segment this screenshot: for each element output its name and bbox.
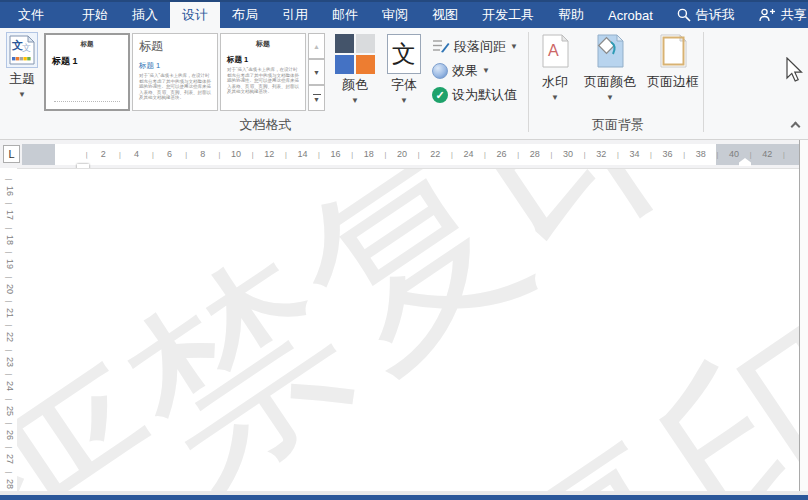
status-bar	[0, 495, 808, 500]
effects-button[interactable]: 效果 ▼	[432, 60, 490, 82]
fonts-glyph: 文	[392, 38, 416, 70]
h-ruler-number: 28	[530, 144, 540, 165]
gallery-scroll-up-button[interactable]: ▲	[308, 33, 325, 59]
paragraph-spacing-label: 段落间距	[454, 38, 506, 56]
tell-me-button[interactable]: 告诉我	[665, 6, 747, 24]
thumb-body-text: 对于“插入”选项卡上的库，在设计时都充分考虑了其中的项与文档整体外观的协调性。您…	[139, 73, 211, 101]
h-ruler-tick: |	[517, 144, 519, 165]
h-ruler-number: 20	[397, 144, 407, 165]
svg-text:文: 文	[22, 43, 31, 53]
group-label-page-background: 页面背景	[533, 116, 703, 134]
mouse-cursor	[786, 57, 803, 87]
vertical-ruler[interactable]: |16|17|18|19|20|21|22|23|24|25|26|27|28	[2, 168, 17, 492]
ribbon-tab-3[interactable]: 设计	[170, 2, 220, 28]
h-ruler-number: 8	[200, 144, 205, 165]
h-ruler-number: 18	[364, 144, 374, 165]
h-ruler-tick: |	[418, 144, 420, 165]
chevron-down-icon: ▼	[510, 43, 518, 51]
gallery-more-button[interactable]: ▼	[308, 85, 325, 111]
page-color-icon	[597, 34, 624, 71]
share-person-icon	[759, 8, 776, 22]
page-borders-label: 页面边框	[647, 73, 699, 91]
chevron-down-icon: ▼	[351, 97, 359, 105]
h-ruler-tick: |	[484, 144, 486, 165]
style-set-thumbnail[interactable]: 标题 标题 1 对于“插入”选项卡上的库，在设计时都充分考虑了其中的项与文档整体…	[132, 33, 218, 111]
vertical-scrollbar[interactable]	[799, 140, 808, 492]
fonts-icon: 文	[387, 34, 421, 74]
h-ruler-tick: |	[152, 144, 154, 165]
ribbon-tab-4[interactable]: 布局	[220, 2, 270, 28]
gallery-scroll-down-button[interactable]: ▼	[308, 59, 325, 85]
thumb-subheading: 标题 1	[139, 61, 217, 71]
ribbon-tab-10[interactable]: 帮助	[546, 2, 596, 28]
chevron-down-icon: ▼	[551, 94, 559, 102]
h-ruler-number: 16	[331, 144, 341, 165]
tab-list: 文件开始插入设计布局引用邮件审阅视图开发工具帮助Acrobat	[0, 2, 665, 28]
share-button[interactable]: 共享	[747, 6, 808, 24]
h-ruler-tick: |	[119, 144, 121, 165]
h-ruler-number: 36	[663, 144, 673, 165]
h-ruler-number: 42	[762, 144, 772, 165]
ribbon-tab-6[interactable]: 邮件	[320, 2, 370, 28]
thumb-subheading: 标题 1	[52, 55, 128, 68]
set-as-default-button[interactable]: ✓ 设为默认值	[432, 84, 517, 106]
tab-stop-selector[interactable]: L	[3, 145, 20, 163]
v-ruler-number: 28	[5, 476, 15, 491]
triangle-down-icon: ▼	[313, 96, 320, 103]
paragraph-spacing-icon	[432, 38, 450, 57]
ribbon-tab-11[interactable]: Acrobat	[596, 2, 665, 28]
ribbon-tab-8[interactable]: 视图	[420, 2, 470, 28]
watermark-a-glyph: A	[548, 42, 559, 59]
colors-palette-icon	[335, 34, 375, 74]
paragraph-spacing-button[interactable]: 段落间距 ▼	[432, 36, 518, 58]
ribbon-tab-2[interactable]: 插入	[120, 2, 170, 28]
ribbon-tab-9[interactable]: 开发工具	[470, 2, 546, 28]
thumb-heading: 标题	[221, 39, 305, 49]
chevron-up-icon	[791, 122, 801, 132]
h-ruler-tick: |	[716, 144, 718, 165]
page-color-label: 页面颜色	[584, 73, 636, 91]
ribbon-tab-bar: 文件开始插入设计布局引用邮件审阅视图开发工具帮助Acrobat 告诉我	[0, 0, 808, 28]
h-ruler-tick: |	[351, 144, 353, 165]
document-page[interactable]: 严禁复印 严禁复印	[17, 168, 799, 491]
style-set-thumbnail-current[interactable]: 标题 标题 1	[44, 33, 130, 111]
tell-me-label: 告诉我	[696, 6, 735, 24]
h-ruler-tick: |	[185, 144, 187, 165]
h-ruler-number: 6	[167, 144, 172, 165]
style-set-thumbnail[interactable]: 标题 标题 1 对于“插入”选项卡上的库，在设计时都充分考虑了其中的项与文档整体…	[220, 33, 306, 111]
ribbon-tab-1[interactable]: 开始	[70, 2, 120, 28]
h-ruler-number: 14	[297, 144, 307, 165]
h-ruler-tick: |	[285, 144, 287, 165]
ribbon-tab-7[interactable]: 审阅	[370, 2, 420, 28]
group-label-document-formatting: 文档格式	[3, 116, 528, 134]
ribbon-tab-5[interactable]: 引用	[270, 2, 320, 28]
h-ruler-number: 2	[101, 144, 106, 165]
h-ruler-tick: |	[584, 144, 586, 165]
ribbon-tab-file[interactable]: 文件	[6, 2, 56, 28]
word-window: 文件开始插入设计布局引用邮件审阅视图开发工具帮助Acrobat 告诉我	[0, 0, 808, 500]
h-ruler-tick: |	[783, 144, 785, 165]
ribbon-design-tab: 文 文 主题 ▼ 标题 标题 1 标题 标题 1 对	[0, 28, 808, 140]
ruler-strip: L |2|4|6|8|10|12|14|16|18|20|22|24|26|28…	[0, 140, 808, 168]
h-ruler-number: 32	[596, 144, 606, 165]
chevron-down-icon: ▼	[18, 91, 26, 99]
chevron-down-icon: ▼	[400, 97, 408, 105]
checkmark-icon: ✓	[432, 87, 448, 103]
h-ruler-number: 24	[463, 144, 473, 165]
h-ruler-number: 26	[497, 144, 507, 165]
effects-label: 效果	[452, 62, 478, 80]
h-ruler-number: 38	[696, 144, 706, 165]
thumb-body-text: 对于“插入”选项卡上的库，在设计时都充分考虑了其中的项与文档整体外观的协调性。您…	[227, 67, 299, 95]
h-ruler-number: 22	[430, 144, 440, 165]
triangle-up-icon: ▲	[313, 43, 320, 50]
horizontal-ruler[interactable]: |2|4|6|8|10|12|14|16|18|20|22|24|26|28|3…	[22, 144, 800, 165]
themes-icon: 文 文	[6, 32, 38, 68]
collapse-ribbon-button[interactable]	[792, 120, 802, 130]
h-ruler-tick: |	[683, 144, 685, 165]
thumb-heading: 标题	[46, 40, 128, 49]
h-ruler-tick: |	[318, 144, 320, 165]
h-ruler-tick: |	[384, 144, 386, 165]
chevron-down-icon: ▼	[606, 94, 614, 102]
h-ruler-tick: |	[617, 144, 619, 165]
colors-label: 颜色	[342, 76, 368, 94]
